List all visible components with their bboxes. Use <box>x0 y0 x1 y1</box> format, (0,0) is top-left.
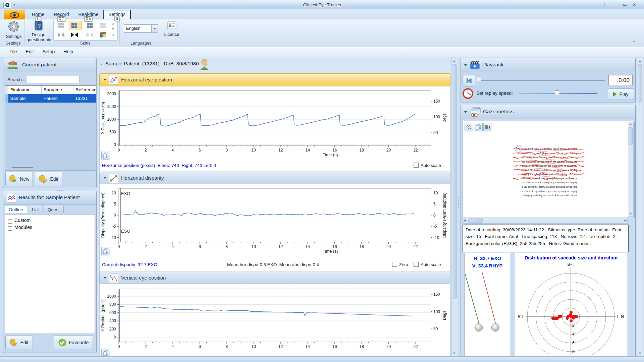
favourite-button[interactable]: Favourite <box>54 335 93 350</box>
patient-header-expander-icon[interactable] <box>101 63 102 66</box>
tab-settings[interactable]: SettingsS <box>103 10 131 19</box>
menu-edit[interactable]: Edit <box>21 47 38 56</box>
svg-text:18: 18 <box>359 148 364 153</box>
group-divider <box>52 20 52 45</box>
copy-chart-icon[interactable] <box>101 247 110 255</box>
preview-v-scrollbar[interactable]: ▲ ▼ <box>628 122 634 217</box>
speed-slider-thumb[interactable] <box>555 90 559 96</box>
titlebar: Clinical Eye Tracker ⛶ ─ ▭ ✕ <box>0 0 644 10</box>
skin-thumbnail-icon[interactable] <box>71 32 78 38</box>
svg-text:200: 200 <box>109 327 116 331</box>
copy-chart-icon[interactable] <box>101 349 110 357</box>
collapse-icon[interactable] <box>104 277 106 279</box>
design-questionnaire-button[interactable]: ? Design questionnaire <box>26 20 51 43</box>
skin-thumbnail-icon[interactable] <box>87 22 93 28</box>
collapse-ribbon-icon[interactable]: ⌃ <box>632 40 635 45</box>
svg-text:6: 6 <box>199 148 201 153</box>
zero-checkbox[interactable]: Zero <box>392 261 408 267</box>
fit-screen-icon[interactable]: ⛶ <box>602 2 610 8</box>
autoscale-checkbox-1[interactable]: Auto scale <box>414 162 441 168</box>
tab-home[interactable]: HomeH <box>27 10 49 19</box>
current-disparity-status: Current disparity: 32.7 EXO <box>102 262 157 267</box>
group-divider <box>24 20 25 45</box>
collapse-icon[interactable] <box>464 111 467 113</box>
collapse-icon[interactable] <box>104 177 106 179</box>
language-select[interactable]: English <box>124 24 158 33</box>
table-h-scrollbar[interactable] <box>12 167 33 168</box>
menu-file[interactable]: File <box>5 47 21 56</box>
skin-thumbnail-icon[interactable] <box>58 22 64 28</box>
skins-scroll[interactable]: ▲▼⇓ <box>110 21 116 39</box>
skin-thumbnail-icon[interactable] <box>71 22 78 28</box>
search-label: Search... <box>7 77 25 82</box>
skin-thumbnail-icon[interactable] <box>58 32 64 38</box>
results-tab-outline[interactable]: Outline <box>5 206 27 213</box>
application-menu-button[interactable] <box>4 10 25 20</box>
menu-setup[interactable]: Setup <box>38 47 59 56</box>
right-scrollbar[interactable]: ▲ ▼ <box>637 58 643 356</box>
skip-to-start-button[interactable] <box>463 75 475 86</box>
autoscale-checkbox-2[interactable]: Auto scale <box>414 261 441 267</box>
new-patient-button[interactable]: New <box>5 172 33 186</box>
results-edit-button[interactable]: Edit <box>5 335 33 350</box>
settings-button[interactable]: Settings <box>5 20 22 39</box>
menu-help[interactable]: Help <box>59 47 77 56</box>
tab-record[interactable]: RecordRE <box>49 10 73 19</box>
svg-text:B-T: B-T <box>568 262 575 267</box>
tab-real-time[interactable]: Real-timeRA <box>74 10 103 19</box>
disparity-chart-icon <box>109 174 118 183</box>
vertical-splitter[interactable]: •••• <box>457 196 460 213</box>
expand-icon[interactable]: + <box>8 219 12 224</box>
svg-text:6: 6 <box>199 244 201 249</box>
expand-icon[interactable]: + <box>8 226 12 231</box>
svg-text:8: 8 <box>572 349 575 354</box>
tree-item-custom[interactable]: +Custom <box>8 218 93 224</box>
search-input[interactable] <box>27 76 80 83</box>
patient-name: Sample Patient (13231) DoB: 30/8/1980 <box>105 61 199 66</box>
maximize-icon[interactable]: ▭ <box>621 2 629 8</box>
minimize-icon[interactable]: ─ <box>611 2 620 8</box>
svg-text:not up play my is dog you come: not up play my is dog you come look for … <box>522 194 577 197</box>
timeline-slider-thumb[interactable] <box>477 77 481 83</box>
vertical-eye-position-header[interactable]: Vertical eye position <box>99 272 450 284</box>
tree-item-modules[interactable]: +Modules <box>8 225 93 231</box>
horizontal-disparity-title: Horizontal disparity <box>121 175 164 181</box>
table-row[interactable]: SamplePatient13231 <box>5 94 97 103</box>
copy-icon[interactable] <box>474 123 483 131</box>
svg-text:Disparity (Prism dioptres): Disparity (Prism dioptres) <box>442 193 447 238</box>
results-tab-list[interactable]: List <box>28 206 43 213</box>
stimulus-text-image: come see the play look up is cat not my … <box>499 145 600 199</box>
play-button[interactable]: Play <box>608 88 634 100</box>
licence-button[interactable]: Licence <box>164 20 179 37</box>
collapse-icon[interactable] <box>104 79 106 81</box>
collapse-icon[interactable] <box>464 64 467 66</box>
scatter-chart-icon <box>109 274 118 283</box>
svg-text:2: 2 <box>145 244 147 249</box>
copy-chart-icon[interactable] <box>101 151 110 160</box>
main-scrollbar[interactable]: ▲ ▼ <box>451 58 457 356</box>
preview-h-scrollbar[interactable]: ◀ ▶ <box>463 218 628 224</box>
table-cell: Sample <box>8 94 42 103</box>
keytip: S <box>114 16 119 21</box>
results-tab-quest[interactable]: Quest <box>44 206 64 213</box>
skin-thumbnail-icon[interactable] <box>87 32 93 38</box>
timeline-track[interactable] <box>478 80 605 81</box>
heatmap-palette-icon[interactable] <box>483 123 492 131</box>
column-header-reference[interactable]: Reference <box>73 85 97 94</box>
horizontal-disparity-header[interactable]: Horizontal disparity <box>99 172 450 184</box>
playback-panel: Playback 0.00 Set replay speed: Play <box>461 58 636 103</box>
quick-access-arrow-icon[interactable] <box>13 4 16 5</box>
language-dropdown-arrow-icon[interactable] <box>151 25 158 32</box>
app-icon[interactable] <box>3 2 11 8</box>
windows-skin-icon[interactable] <box>100 32 107 38</box>
edit-patient-button[interactable]: Edit <box>35 172 62 186</box>
horizontal-eye-position-header[interactable]: Horizontal eye position <box>99 73 450 86</box>
svg-text:12: 12 <box>278 344 283 349</box>
close-icon[interactable]: ✕ <box>630 2 638 8</box>
zoom-icon[interactable] <box>465 123 473 131</box>
column-header-surname[interactable]: Surname <box>42 85 73 94</box>
svg-text:10: 10 <box>112 191 116 195</box>
ribbon-tabs: HomeHRecordREReal-timeRASettingsS <box>27 10 131 19</box>
skin-thumbnail-icon[interactable] <box>100 22 107 28</box>
column-header-firstname[interactable]: Firstname <box>8 85 42 94</box>
